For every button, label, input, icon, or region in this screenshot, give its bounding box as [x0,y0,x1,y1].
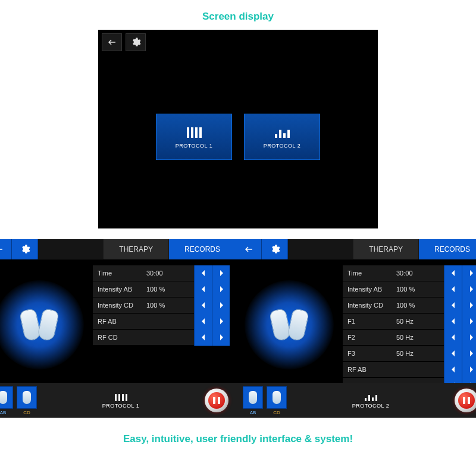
back-button[interactable] [0,239,12,259]
param-row: Intensity CD100 % [93,298,230,314]
tab-therapy[interactable]: THERAPY [103,239,168,259]
increment-button[interactable] [462,265,476,281]
param-value: 30:00 [146,270,194,277]
param-label: Time [343,270,396,277]
pause-button[interactable] [205,389,228,412]
param-label: Intensity CD [343,302,396,309]
back-icon [0,244,4,255]
tab-records[interactable]: RECORDS [418,239,476,259]
decrement-button[interactable] [444,330,462,346]
applicator-ab-label: AB [0,410,13,415]
increment-button[interactable] [462,330,476,346]
decrement-button[interactable] [194,265,212,281]
applicator-preview [0,259,93,390]
decrement-button[interactable] [444,346,462,362]
applicator-ab-label: AB [243,410,263,415]
param-row: Intensity AB100 % [93,281,230,298]
protocol-row: PROTOCOL 1 PROTOCOL 2 [156,114,320,160]
param-row: RF AB [343,362,476,378]
increment-button[interactable] [212,314,230,330]
protocol-2-label: PROTOCOL 2 [264,143,301,149]
param-value: 100 % [396,302,444,309]
param-label: Intensity AB [343,286,396,293]
param-value: 50 Hz [396,318,444,325]
pad-icon [249,391,257,404]
therapy-panel-1: THERAPY RECORDS Time30:00Intensity AB100… [0,239,236,418]
protocol-2-tile[interactable]: PROTOCOL 2 [244,114,320,160]
parameter-list: Time30:00Intensity AB100 %Intensity CD10… [343,259,476,390]
applicator-ab-button[interactable] [243,386,263,409]
pad-icon [273,391,281,404]
therapy-panels: THERAPY RECORDS Time30:00Intensity AB100… [0,239,476,418]
param-row: RF CD [93,330,230,346]
increment-button[interactable] [212,265,230,281]
param-row: F250 Hz [343,330,476,346]
back-button[interactable] [102,33,122,51]
footer-bars-icon [287,393,455,401]
decrement-button[interactable] [444,281,462,298]
increment-button[interactable] [212,281,230,298]
increment-button[interactable] [462,281,476,298]
param-value: 100 % [146,302,194,309]
pad-icon [37,308,60,342]
applicator-cd-label: CD [267,410,287,415]
increment-button[interactable] [462,346,476,362]
pause-icon [458,392,475,409]
settings-button[interactable] [12,239,38,259]
decrement-button[interactable] [194,298,212,314]
decrement-button[interactable] [444,314,462,330]
gear-icon [20,244,30,255]
param-label: Intensity AB [93,286,146,293]
parameter-list: Time30:00Intensity AB100 %Intensity CD10… [93,259,236,390]
param-label: Intensity CD [93,302,146,309]
param-row: Intensity CD100 % [343,298,476,314]
back-icon [243,244,254,255]
pad-icon [23,391,31,404]
protocol-2-bars-icon [275,125,290,138]
param-value: 30:00 [396,270,444,277]
gear-icon [130,37,141,48]
param-row: Intensity AB100 % [343,281,476,298]
pause-button[interactable] [455,389,476,412]
param-label: RF AB [343,366,396,373]
increment-button[interactable] [462,298,476,314]
applicator-cd-button[interactable] [267,386,287,409]
decrement-button[interactable] [444,362,462,378]
param-row: RF AB [93,314,230,330]
increment-button[interactable] [212,298,230,314]
applicator-preview [236,259,343,390]
decrement-button[interactable] [194,314,212,330]
protocol-1-label: PROTOCOL 1 [176,143,213,149]
applicator-cd-button[interactable] [17,386,37,409]
increment-button[interactable] [462,362,476,378]
param-label: F1 [343,318,396,325]
param-row: Time30:00 [93,265,230,281]
protocol-1-tile[interactable]: PROTOCOL 1 [156,114,232,160]
settings-button[interactable] [126,33,146,51]
increment-button[interactable] [462,314,476,330]
decrement-button[interactable] [444,265,462,281]
param-label: RF AB [93,318,146,325]
param-value: 100 % [396,286,444,293]
param-row: F350 Hz [343,346,476,362]
tab-therapy[interactable]: THERAPY [353,239,418,259]
param-label: F2 [343,334,396,341]
back-icon [107,37,117,48]
pad-icon [269,308,292,342]
decrement-button[interactable] [444,298,462,314]
gear-icon [270,244,280,255]
footer-bars-icon [37,393,205,401]
footer-protocol-label: PROTOCOL 2 [287,403,455,409]
pad-icon [0,391,7,404]
param-row: F150 Hz [343,314,476,330]
decrement-button[interactable] [194,330,212,346]
decrement-button[interactable] [194,281,212,298]
increment-button[interactable] [212,330,230,346]
pause-icon [208,392,225,409]
param-value: 50 Hz [396,350,444,357]
param-label: Time [93,270,146,277]
back-button[interactable] [236,239,262,259]
settings-button[interactable] [262,239,288,259]
applicator-ab-button[interactable] [0,386,13,409]
tab-records[interactable]: RECORDS [168,239,236,259]
